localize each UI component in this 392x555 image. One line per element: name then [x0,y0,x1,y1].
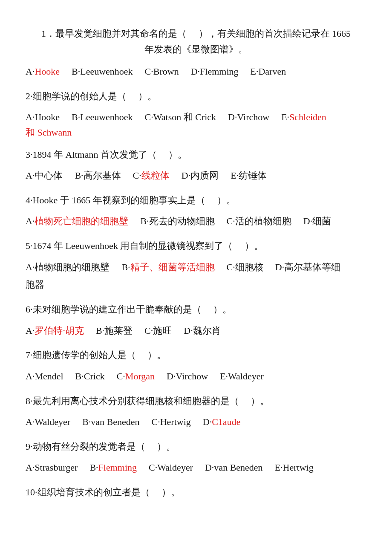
q4-optD: D·细菌 [303,212,331,230]
q5-optC: C·细胞核 [227,258,263,276]
q4-optA: A·植物死亡细胞的细胞壁 [26,212,128,230]
q6-optB: B·施莱登 [96,322,133,340]
q3-optD: D·内质网 [182,167,219,185]
q5-options-line2: 胞器 [26,276,366,294]
q2-optD: D·Virchow [228,108,269,126]
question-10: 10·组织培育技术的创立者是（ ）。 [26,484,366,500]
q9-optB: B·Flemming [89,459,137,477]
q8-optC: C·Hertwig [152,413,191,431]
q2-optE-continuation: 和 Schwann [26,126,366,139]
q4-optB: B·死去的动物细胞 [140,212,214,230]
q7-optE: E·Waldeyer [220,367,264,385]
q9-optC: C·Waldeyer [149,459,193,477]
q2-optB: B·Leeuwenhoek [72,108,133,126]
q1-optB: B·Leeuwenhoek [72,63,133,81]
q5-optB: B·精子、细菌等活细胞 [121,258,214,276]
question-3: 3·1894 年 Altmann 首次发觉了（ ）。 A·中心体 B·高尔基体 … [26,147,366,185]
q6-optC: C·施旺 [144,322,172,340]
question-1: 1．最早发觉细胞并对其命名的是（ ），有关细胞的首次描绘记录在 1665 年发表… [26,26,366,81]
q9-optD: D·van Beneden [205,459,263,477]
question-6: 6·未对细胞学说的建立作出干脆奉献的是（ ）。 A·罗伯特·胡克 B·施莱登 C… [26,301,366,339]
q2-optA: A·Hooke [26,108,60,126]
question-2: 2·细胞学说的创始人是（ ）。 A·Hooke B·Leeuwenhoek C·… [26,88,366,139]
q3-text: 3·1894 年 Altmann 首次发觉了（ ）。 [26,147,366,162]
q4-options: A·植物死亡细胞的细胞壁 B·死去的动物细胞 C·活的植物细胞 D·细菌 [26,212,366,230]
q1-optE: E·Darven [251,63,286,81]
question-4: 4·Hooke 于 1665 年视察到的细胞事实上是（ ）。 A·植物死亡细胞的… [26,192,366,230]
q9-optE: E·Hertwig [275,459,314,477]
q6-options: A·罗伯特·胡克 B·施莱登 C·施旺 D·魏尔肖 [26,322,366,340]
q1-optC: C·Brown [145,63,179,81]
q6-text: 6·未对细胞学说的建立作出干脆奉献的是（ ）。 [26,301,366,317]
question-7: 7·细胞遗传学的创始人是（ ）。 A·Mendel B·Crick C·Morg… [26,347,366,385]
q3-options: A·中心体 B·高尔基体 C·线粒体 D·内质网 E·纺锤体 [26,167,366,185]
q4-optC: C·活的植物细胞 [227,212,291,230]
q8-optD: D·C1aude [203,413,241,431]
question-8: 8·最先利用离心技术分别获得细胞核和细胞器的是（ ）。 A·Waldeyer B… [26,393,366,431]
q7-text: 7·细胞遗传学的创始人是（ ）。 [26,347,366,363]
q1-optD: D·Flemming [191,63,239,81]
q5-optD: D·高尔基体等细 [275,258,340,276]
q6-optD: D·魏尔肖 [184,322,221,340]
q1-number: 1．最早发觉细胞并对其命名的是（ ），有关细胞的首次描绘记录在 1665 [41,28,351,39]
q8-options: A·Waldeyer B·van Beneden C·Hertwig D·C1a… [26,413,366,431]
q5-options-line1: A·植物细胞的细胞壁 B·精子、细菌等活细胞 C·细胞核 D·高尔基体等细 [26,258,366,276]
q7-optA: A·Mendel [26,367,63,385]
q9-optA: A·Strasburger [26,459,78,477]
q2-optC: C·Watson 和 Crick [145,108,216,126]
q8-optA: A·Waldeyer [26,413,70,431]
q5-optA: A·植物细胞的细胞壁 [26,258,110,276]
q2-optE: E·Schleiden [281,108,326,126]
q9-text: 9·动物有丝分裂的发觉者是（ ）。 [26,439,366,454]
q6-optA: A·罗伯特·胡克 [26,322,84,340]
q1-options: A·Hooke B·Leeuwenhoek C·Brown D·Flemming… [26,63,366,81]
q1-optA: A·Hooke [26,63,60,81]
q8-optB: B·van Beneden [82,413,139,431]
q5-text: 5·1674 年 Leeuwenhoek 用自制的显微镜视察到了（ ）。 [26,238,366,254]
q2-options: A·Hooke B·Leeuwenhoek C·Watson 和 Crick D… [26,108,366,126]
q3-optA: A·中心体 [26,167,63,185]
q7-options: A·Mendel B·Crick C·Morgan D·Virchow E·Wa… [26,367,366,385]
q2-text: 2·细胞学说的创始人是（ ）。 [26,88,366,104]
q8-text: 8·最先利用离心技术分别获得细胞核和细胞器的是（ ）。 [26,393,366,409]
q10-text: 10·组织培育技术的创立者是（ ）。 [26,484,366,500]
question-5: 5·1674 年 Leeuwenhoek 用自制的显微镜视察到了（ ）。 A·植… [26,238,366,294]
q7-optB: B·Crick [75,367,105,385]
q1-text: 1．最早发觉细胞并对其命名的是（ ），有关细胞的首次描绘记录在 1665 年发表… [26,26,366,58]
q9-options: A·Strasburger B·Flemming C·Waldeyer D·va… [26,459,366,477]
q3-optE: E·纺锤体 [231,167,267,185]
q7-optD: D·Virchow [167,367,208,385]
q4-text: 4·Hooke 于 1665 年视察到的细胞事实上是（ ）。 [26,192,366,208]
q3-optC: C·线粒体 [133,167,170,185]
q7-optC: C·Morgan [117,367,155,385]
q3-optB: B·高尔基体 [75,167,121,185]
question-9: 9·动物有丝分裂的发觉者是（ ）。 A·Strasburger B·Flemmi… [26,439,366,477]
